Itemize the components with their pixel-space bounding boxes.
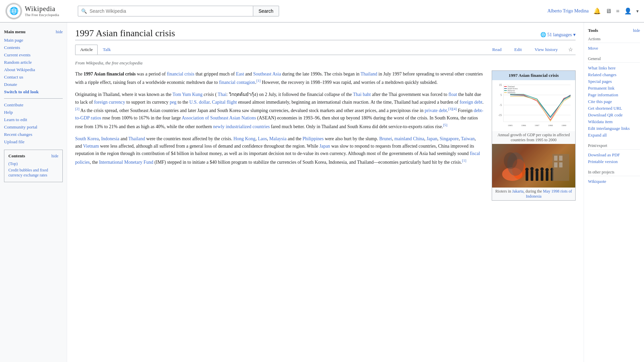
page-title-area: 1997 Asian financial crisis 🌐 51 languag… (75, 28, 576, 40)
china-link[interactable]: mainland China (394, 136, 424, 141)
sidebar-item-main-page[interactable]: Main page (4, 37, 63, 44)
tools-cite-page[interactable]: Cite this page (588, 98, 640, 105)
dropdown-icon[interactable]: ▾ (636, 8, 639, 14)
sidebar-item-upload[interactable]: Upload file (4, 138, 63, 146)
tools-expand-all[interactable]: Expand all (588, 132, 640, 139)
sidebar-item-about[interactable]: About Wikipedia (4, 66, 63, 73)
thai-link[interactable]: Thai (218, 92, 226, 97)
main-menu-hide[interactable]: hide (56, 30, 63, 35)
notifications-icon[interactable]: 🔔 (593, 7, 601, 15)
tools-move[interactable]: Move (588, 45, 640, 52)
tools-what-links[interactable]: What links here (588, 65, 640, 71)
watchlist-icon[interactable]: 🖥 (605, 8, 611, 15)
debt-gdp-link[interactable]: debt-to-GDP ratios (75, 108, 483, 120)
sidebar-item-old-look[interactable]: Switch to old look (4, 88, 63, 96)
peg-link[interactable]: peg (170, 100, 176, 105)
tools-hide[interactable]: hide (633, 28, 640, 33)
brunei-link[interactable]: Brunei (379, 136, 392, 141)
singapore-link[interactable]: Singapore (440, 136, 459, 141)
east-link[interactable]: East (236, 71, 244, 76)
philippines-link[interactable]: Philippines (303, 136, 324, 141)
sidebar-item-donate[interactable]: Donate (4, 81, 63, 88)
watchlist-star-icon[interactable]: ☆ (566, 44, 576, 55)
thailand-link[interactable]: Thailand (361, 71, 377, 76)
vietnam-link[interactable]: Vietnam (83, 144, 99, 149)
main-layout: Main menu hide Main page Contents Curren… (0, 22, 644, 362)
foreign-debt-link[interactable]: foreign debt (460, 100, 482, 105)
language-button[interactable]: 🌐 51 languages ▾ (540, 32, 576, 38)
laos-link[interactable]: Laos (258, 136, 267, 141)
thai-baht-link[interactable]: Thai baht (353, 92, 371, 97)
tools-short-url[interactable]: Get shortened URL (588, 105, 640, 112)
taiwan-link[interactable]: Taiwan (461, 136, 475, 141)
capital-flight-link[interactable]: Capital flight (212, 100, 237, 105)
tools-interlang[interactable]: Edit interlanguage links (588, 125, 640, 132)
financial-crisis-link[interactable]: financial crisis (167, 71, 194, 76)
sidebar-item-current-events[interactable]: Current events (4, 51, 63, 59)
contents-item-credit[interactable]: Credit bubbles and fixed currency exchan… (8, 167, 58, 178)
tools-qr-code[interactable]: Download QR code (588, 112, 640, 118)
japan-link-2[interactable]: Japan (319, 144, 330, 149)
svg-text:Indonesia: Indonesia (507, 92, 516, 94)
tools-wikidata[interactable]: Wikidata item (588, 118, 640, 125)
sidebar-item-community[interactable]: Community portal (4, 123, 63, 131)
tab-read[interactable]: Read (487, 45, 506, 55)
imf-link[interactable]: International Monetary Fund (99, 160, 153, 165)
asean-link[interactable]: Association of Southeast Asian Nations (182, 115, 256, 120)
tom-yum-link[interactable]: Tom Yum Kung (172, 92, 203, 97)
contents-item-top[interactable]: (Top) (8, 161, 58, 167)
main-menu-title: Main menu hide (4, 28, 63, 37)
sidebar-item-contribute[interactable]: Contribute (4, 101, 63, 109)
float-link[interactable]: float (448, 92, 457, 97)
foreign-currency-link[interactable]: foreign currency (94, 100, 125, 105)
svg-rect-35 (536, 171, 538, 181)
contents-hide[interactable]: hide (51, 154, 58, 159)
svg-text:1996: 1996 (521, 124, 526, 127)
search-button[interactable]: Search (253, 6, 279, 16)
hong-kong-link[interactable]: Hong Kong (233, 136, 256, 141)
infobox-title: 1997 Asian financial crisis (492, 71, 575, 80)
may-riots-link[interactable]: May 1998 riots of Indonesia (526, 189, 572, 199)
logo-icon: 🌐 (5, 3, 22, 19)
search-input[interactable] (78, 6, 253, 16)
tools-sidebar: Tools hide Actions Move General What lin… (584, 22, 644, 362)
contents-box: Contents hide (Top) Credit bubbles and f… (4, 150, 63, 182)
financial-contagion-link[interactable]: financial contagion (219, 80, 255, 85)
svg-rect-24 (504, 92, 507, 93)
nic-link[interactable]: newly industrialized countries (213, 124, 270, 129)
malaysia-link[interactable]: Malaysia (269, 136, 286, 141)
user-icon[interactable]: 👤 (624, 7, 632, 15)
thailand-link-2[interactable]: Thailand (128, 136, 145, 141)
tools-special-pages[interactable]: Special pages (588, 78, 640, 85)
tools-wikiquote[interactable]: Wikiquote (588, 178, 640, 185)
sidebar-item-contact[interactable]: Contact us (4, 73, 63, 81)
sidebar-item-contents[interactable]: Contents (4, 44, 63, 51)
southeast-asia-link[interactable]: Southeast Asia (253, 71, 281, 76)
tools-download-pdf[interactable]: Download as PDF (588, 152, 640, 158)
tab-view-history[interactable]: View history (530, 45, 563, 55)
menu-icon[interactable]: ≡ (616, 8, 620, 15)
sidebar-item-learn-edit[interactable]: Learn to edit (4, 116, 63, 123)
tools-page-info[interactable]: Page information (588, 92, 640, 98)
private-debt-link[interactable]: private debt (425, 108, 447, 113)
actions-label: Actions (588, 37, 640, 43)
tab-talk[interactable]: Talk (98, 45, 116, 55)
sidebar-item-random-article[interactable]: Random article (4, 59, 63, 66)
sidebar-item-recent-changes[interactable]: Recent changes (4, 131, 63, 138)
tools-printable[interactable]: Printable version (588, 158, 640, 165)
svg-text:1995: 1995 (508, 124, 513, 127)
tab-article[interactable]: Article (75, 45, 98, 55)
indonesia-link[interactable]: Indonesia (101, 136, 119, 141)
general-section: General What links here Related changes … (588, 56, 640, 139)
svg-rect-45 (559, 156, 562, 161)
sidebar-item-help[interactable]: Help (4, 109, 63, 116)
tools-related-changes[interactable]: Related changes (588, 71, 640, 78)
usd-link[interactable]: U.S. dollar (190, 100, 210, 105)
user-name[interactable]: Alberto Trigo Medina (547, 8, 589, 14)
jakarta-link[interactable]: Jakarta (512, 189, 524, 194)
tools-permanent-link[interactable]: Permanent link (588, 85, 640, 92)
south-korea-link[interactable]: South Korea (75, 136, 99, 141)
tab-edit[interactable]: Edit (509, 45, 527, 55)
japan-link[interactable]: Japan (427, 136, 437, 141)
print-label: Print/export (588, 143, 640, 150)
